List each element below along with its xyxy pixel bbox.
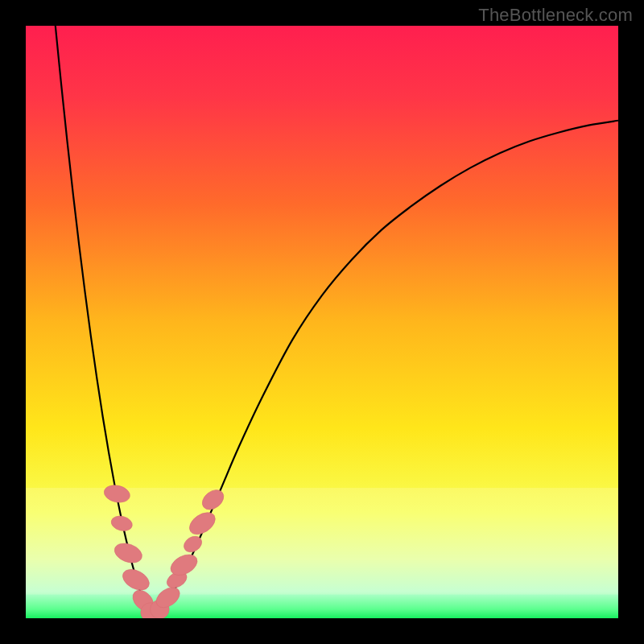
watermark-text: TheBottleneck.com [478,5,633,26]
outer-frame: TheBottleneck.com [0,0,644,644]
plot-canvas [26,26,618,618]
plot-svg [26,26,618,618]
acceptable-band [26,488,618,594]
